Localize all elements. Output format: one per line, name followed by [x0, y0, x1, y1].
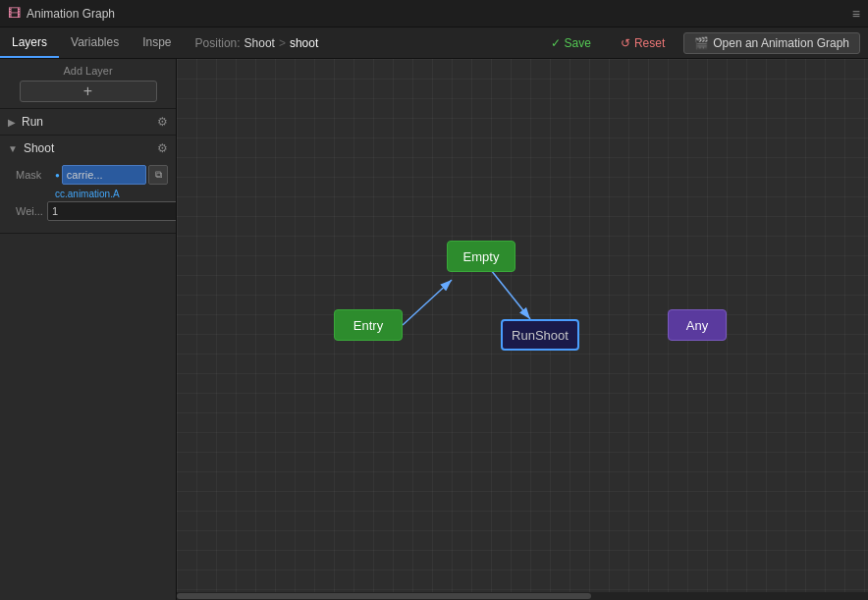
app-title: Animation Graph	[27, 7, 115, 21]
node-runshoot-label: RunShoot	[512, 328, 569, 343]
layer-shoot-left: ▼ Shoot	[8, 141, 54, 155]
layer-run-arrow: ▶	[8, 117, 16, 128]
node-empty-label: Empty	[463, 249, 500, 264]
mask-dot-icon: ●	[55, 171, 60, 180]
app-icon: 🎞	[8, 6, 21, 21]
layer-shoot-settings[interactable]: ⚙	[157, 141, 168, 155]
save-button[interactable]: ✓ Save	[540, 32, 602, 54]
sidebar: Add Layer + ▶ Run ⚙ ▼	[0, 59, 177, 600]
svg-line-2	[491, 270, 530, 319]
node-any-label: Any	[686, 318, 708, 333]
weight-field: Wei...	[16, 201, 168, 221]
breadcrumb-current: shoot	[290, 36, 318, 50]
layer-shoot-header[interactable]: ▼ Shoot ⚙	[0, 136, 176, 161]
add-layer-label: Add Layer	[63, 65, 112, 77]
add-layer-button[interactable]: +	[20, 81, 157, 102]
mask-class-label: cc.animation.A	[55, 189, 120, 199]
tab-variables[interactable]: Variables	[59, 27, 131, 58]
layer-run-name: Run	[22, 115, 43, 129]
node-entry-label: Entry	[353, 318, 383, 333]
mask-label: Mask	[16, 169, 51, 181]
menu-icon[interactable]: ≡	[852, 6, 860, 22]
mask-link-button[interactable]: ⧉	[148, 165, 168, 185]
node-runshoot[interactable]: RunShoot	[501, 319, 579, 351]
mask-container: ● carrie... ⧉	[55, 165, 168, 185]
layer-run-settings[interactable]: ⚙	[157, 115, 168, 129]
node-any[interactable]: Any	[668, 309, 727, 341]
node-empty[interactable]: Empty	[447, 241, 515, 272]
layer-run: ▶ Run ⚙	[0, 109, 176, 136]
save-label: Save	[565, 36, 591, 50]
weight-input[interactable]	[47, 201, 177, 221]
tab-layers[interactable]: Layers	[0, 27, 59, 58]
reset-button[interactable]: ↺ Reset	[610, 32, 676, 54]
breadcrumb: Position: Shoot > shoot	[195, 36, 319, 50]
horizontal-scrollbar[interactable]	[177, 592, 868, 600]
layer-shoot-arrow: ▼	[8, 143, 18, 154]
breadcrumb-label: Position:	[195, 36, 241, 50]
mask-value[interactable]: carrie...	[62, 165, 146, 185]
graph-canvas[interactable]: Entry Empty RunShoot Any	[177, 59, 868, 600]
layer-run-left: ▶ Run	[8, 115, 43, 129]
tab-inspector[interactable]: Inspe	[131, 27, 183, 58]
reset-icon: ↺	[621, 36, 630, 50]
reset-label: Reset	[634, 36, 665, 50]
node-entry[interactable]: Entry	[334, 309, 403, 341]
open-graph-label: Open an Animation Graph	[713, 36, 849, 50]
save-icon: ✓	[551, 36, 561, 50]
open-graph-icon: 🎬	[694, 36, 709, 50]
breadcrumb-path[interactable]: Shoot	[244, 36, 275, 50]
add-layer-header: Add Layer +	[0, 59, 176, 109]
app-container: 🎞 Animation Graph ≡ Layers Variables Ins…	[0, 0, 868, 600]
scrollbar-thumb[interactable]	[177, 593, 591, 599]
open-graph-button[interactable]: 🎬 Open an Animation Graph	[683, 32, 860, 54]
mask-field: Mask ● carrie... ⧉	[16, 165, 168, 185]
add-layer-icon: +	[83, 82, 92, 100]
mask-class-row: cc.animation.A	[16, 189, 168, 199]
breadcrumb-separator: >	[279, 36, 286, 50]
layer-run-header[interactable]: ▶ Run ⚙	[0, 109, 176, 135]
svg-line-1	[403, 280, 452, 325]
title-bar: 🎞 Animation Graph ≡	[0, 0, 868, 27]
layer-shoot: ▼ Shoot ⚙ Mask ● carrie... ⧉	[0, 136, 176, 234]
content-area: Add Layer + ▶ Run ⚙ ▼	[0, 59, 868, 600]
weight-label: Wei...	[16, 205, 43, 217]
layer-shoot-body: Mask ● carrie... ⧉ cc.animation.A Wei...	[0, 161, 176, 233]
layer-shoot-name: Shoot	[24, 141, 54, 155]
title-bar-left: 🎞 Animation Graph	[8, 6, 115, 21]
